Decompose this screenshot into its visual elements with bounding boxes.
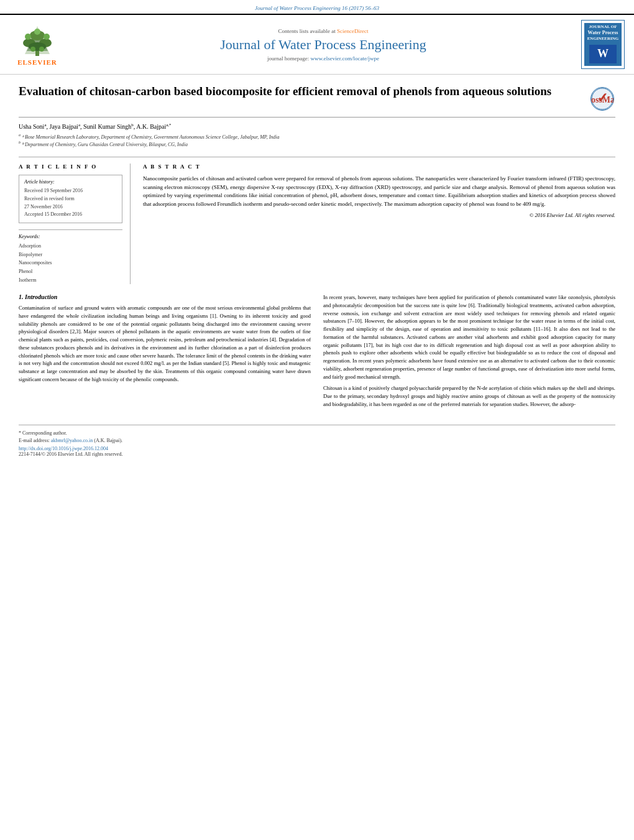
abstract-copyright: © 2016 Elsevier Ltd. All rights reserved… [143,212,615,218]
history-accepted: Accepted 15 December 2016 [24,211,117,219]
science-direct-link[interactable]: ScienceDirect [337,28,368,34]
journal-badge: JOURNAL OF Water Process ENGINEERING W [581,20,625,69]
abstract-label: A B S T R A C T [143,164,615,170]
svg-point-11 [39,47,44,52]
journal-reference-line: Journal of Water Process Engineering 16 … [0,0,634,14]
crossmark-svg: ✓ CrossMark [591,88,613,110]
corresponding-note: * Corresponding author. [19,430,615,436]
svg-point-10 [30,47,35,52]
history-revised-label: Received in revised form [24,195,117,203]
footer-section: * Corresponding author. E-mail address: … [19,425,615,457]
body-col-left: 1. Introduction Contamination of surface… [19,293,311,412]
intro-para-1: Contamination of surface and ground wate… [19,304,311,384]
intro-heading: 1. Introduction [19,293,311,300]
journal-name: Journal of Water Process Engineering [71,37,575,53]
svg-text:W: W [597,47,609,60]
crossmark-badge: ✓ CrossMark [590,87,615,112]
homepage-url[interactable]: www.elsevier.com/locate/jwpe [311,55,379,62]
journal-title-center: Contents lists available at ScienceDirec… [71,28,575,62]
keyword-isotherm: Isotherm [19,276,122,285]
history-revised-date: 27 November 2016 [24,203,117,211]
elsevier-logo: ELSEVIER [9,23,65,66]
body-col-right: In recent years, however, many technique… [323,293,615,412]
history-title: Article history: [24,179,117,185]
intro-para-3: Chitosan is a kind of positively charged… [323,384,615,408]
svg-point-9 [34,29,40,35]
article-info-column: A R T I C L E I N F O Article history: R… [19,164,131,284]
keyword-biopolymer: Biopolymer [19,251,122,259]
elsevier-label: ELSEVIER [17,58,57,66]
article-info-abstract-section: A R T I C L E I N F O Article history: R… [19,157,615,284]
article-title-section: Evaluation of chitosan-carbon based bioc… [19,84,615,118]
svg-point-7 [25,34,31,40]
keyword-nanocomposites: Nanocomposites [19,259,122,267]
keyword-adsorption: Adsorption [19,242,122,251]
email-address[interactable]: akbmrl@yahoo.co.in [51,438,93,443]
elsevier-tree-icon [16,23,59,57]
journal-ref-text: Journal of Water Process Engineering 16 … [255,5,379,11]
page-wrapper: Journal of Water Process Engineering 16 … [0,0,634,466]
journal-header: ELSEVIER Contents lists available at Sci… [0,14,634,75]
article-history-box: Article history: Received 19 September 2… [19,175,122,223]
affiliation-a: a ᵃ Bose Memorial Research Laboratory, D… [19,133,615,140]
badge-title-text: JOURNAL OF Water Process ENGINEERING W [584,23,622,66]
intro-para-2: In recent years, however, many technique… [323,293,615,381]
article-info-label: A R T I C L E I N F O [19,164,122,170]
affiliation-b: b ᵇ Department of Chemistry, Guru Ghasid… [19,141,615,147]
rights-text: 2214-7144/© 2016 Elsevier Ltd. All right… [19,451,615,457]
history-received: Received 19 September 2016 [24,187,117,195]
crossmark-icon: ✓ CrossMark [590,87,614,111]
contents-line: Contents lists available at ScienceDirec… [71,28,575,34]
authors-line: Usha Sonia, Jaya Bajpaia, Sunil Kumar Si… [19,122,615,130]
body-two-col: 1. Introduction Contamination of surface… [19,293,615,412]
article-title: Evaluation of chitosan-carbon based bioc… [19,84,581,99]
keywords-title: Keywords: [19,234,122,239]
email-line: E-mail address: akbmrl@yahoo.co.in (A.K.… [19,438,615,443]
abstract-text: Nanocomposite particles of chitosan and … [143,175,615,208]
svg-point-8 [44,34,50,40]
keywords-section: Keywords: Adsorption Biopolymer Nanocomp… [19,229,122,284]
main-content: Evaluation of chitosan-carbon based bioc… [0,75,634,466]
journal-homepage: journal homepage: www.elsevier.com/locat… [71,55,575,62]
badge-icon: W [589,45,617,63]
svg-text:CrossMark: CrossMark [591,95,613,104]
keyword-phenol: Phenol [19,267,122,276]
abstract-column: A B S T R A C T Nanocomposite particles … [143,164,615,284]
doi-link[interactable]: http://dx.doi.org/10.1016/j.jwpe.2016.12… [19,446,615,451]
